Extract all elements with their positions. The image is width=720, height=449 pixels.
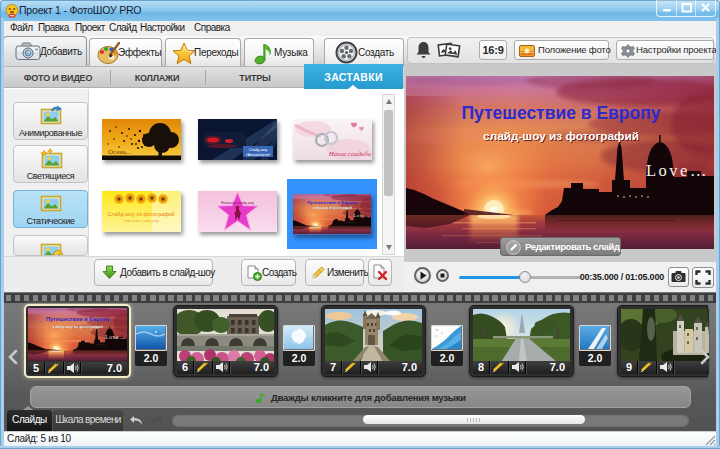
svg-text:Название слайд-шоу: Название слайд-шоу bbox=[221, 201, 254, 205]
svg-text:Слайд шоу из фотографий: Слайд шоу из фотографий bbox=[107, 211, 174, 217]
svg-text:«Автомобили»: «Автомобили» bbox=[245, 153, 269, 157]
svg-text:Слайд-шоу: Слайд-шоу bbox=[248, 148, 267, 152]
svg-text:Наша свадьба: Наша свадьба bbox=[328, 150, 372, 158]
svg-text:Описание слайд-шоу: Описание слайд-шоу bbox=[123, 219, 159, 223]
svg-text:Осень...: Осень... bbox=[108, 148, 132, 156]
